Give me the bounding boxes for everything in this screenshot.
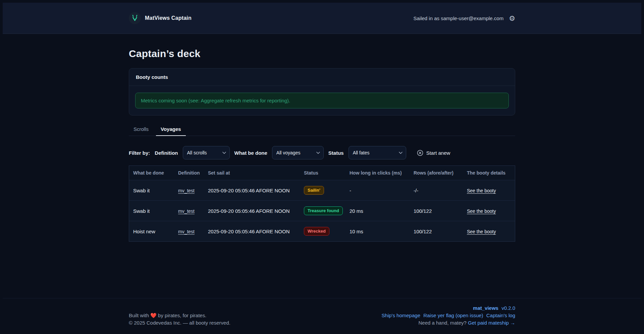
signed-in-status: Sailed in as sample-user@example.com bbox=[413, 15, 503, 21]
status-badge: Sailin' bbox=[304, 186, 324, 195]
col-status: Status bbox=[300, 166, 345, 180]
get-paid-mateship-link[interactable]: Get paid mateship → bbox=[468, 320, 515, 326]
copyright-text: © 2025 Codevedas Inc. — all booty reserv… bbox=[129, 319, 230, 327]
voyages-table: What be done Definition Set sail at Stat… bbox=[129, 165, 515, 242]
status-badge: Treasure found bbox=[304, 206, 343, 215]
version-text: v0.2.0 bbox=[500, 305, 515, 311]
reset-filters-label: Start anew bbox=[426, 150, 450, 156]
definition-filter-select[interactable]: All scrolls bbox=[183, 146, 230, 159]
raise-yer-flag-link[interactable]: Raise yer flag (open issue) bbox=[423, 313, 483, 318]
cell-duration: 10 ms bbox=[345, 221, 410, 242]
cell-duration: 20 ms bbox=[345, 201, 410, 221]
built-with-text: Built with bbox=[129, 313, 149, 318]
tab-voyages[interactable]: Voyages bbox=[156, 123, 186, 136]
matviews-logo-icon bbox=[129, 12, 141, 24]
chevron-down-icon bbox=[399, 152, 402, 154]
table-header-row: What be done Definition Set sail at Stat… bbox=[129, 166, 515, 180]
definition-link[interactable]: mv_test bbox=[178, 208, 195, 214]
page-title: Captain’s deck bbox=[129, 48, 515, 59]
operation-filter-select[interactable]: All voyages bbox=[272, 146, 324, 159]
status-badge: Wrecked bbox=[304, 227, 329, 236]
metrics-card-title: Booty counts bbox=[129, 68, 515, 86]
footer-credits: Built with ❤️ by pirates, for pirates. ©… bbox=[129, 312, 230, 327]
cell-operation: Hoist new bbox=[129, 221, 174, 242]
cell-set-sail-at: 2025-09-20 05:05:46 AFORE NOON bbox=[204, 180, 300, 201]
ships-homepage-link[interactable]: Ship's homepage bbox=[382, 313, 420, 318]
settings-gear-icon[interactable]: ⚙ bbox=[509, 15, 515, 22]
cell-operation: Swab it bbox=[129, 201, 174, 221]
operation-filter-label: What be done bbox=[234, 150, 267, 156]
metrics-card: Booty counts Metrics coming soon (see: A… bbox=[129, 68, 515, 115]
built-with-suffix: by pirates, for pirates. bbox=[158, 313, 206, 318]
definition-link[interactable]: mv_test bbox=[178, 188, 195, 193]
status-filter-value: All fates bbox=[353, 150, 370, 155]
table-row: Swab it mv_test 2025-09-20 05:05:46 AFOR… bbox=[129, 180, 515, 201]
col-details: The booty details bbox=[463, 166, 515, 180]
col-definition: Definition bbox=[174, 166, 204, 180]
status-filter-select[interactable]: All fates bbox=[348, 146, 406, 159]
captains-log-link[interactable]: Captain's log bbox=[486, 313, 515, 318]
metrics-coming-soon-banner: Metrics coming soon (see: Aggregate refr… bbox=[135, 93, 509, 108]
cell-duration: - bbox=[345, 180, 410, 201]
status-filter-label: Status bbox=[328, 150, 344, 156]
chevron-down-icon bbox=[222, 152, 226, 154]
cell-operation: Swab it bbox=[129, 180, 174, 201]
definition-filter-label: Definition bbox=[155, 150, 178, 156]
filter-bar: Filter by: Definition All scrolls What b… bbox=[129, 146, 515, 159]
table-row: Swab it mv_test 2025-09-20 05:05:46 AFOR… bbox=[129, 201, 515, 221]
col-set-sail-at: Set sail at bbox=[204, 166, 300, 180]
cell-rows: -/- bbox=[410, 180, 463, 201]
footer-links: mat_views v0.2.0 Ship's homepage Raise y… bbox=[382, 304, 515, 327]
circle-x-icon bbox=[417, 150, 423, 156]
see-the-booty-link[interactable]: See the booty bbox=[467, 188, 496, 193]
support-prompt: Need a hand, matey? bbox=[418, 320, 468, 326]
cell-set-sail-at: 2025-09-20 05:05:46 AFORE NOON bbox=[204, 201, 300, 221]
definition-link[interactable]: mv_test bbox=[178, 229, 195, 234]
table-row: Hoist new mv_test 2025-09-20 05:05:46 AF… bbox=[129, 221, 515, 242]
see-the-booty-link[interactable]: See the booty bbox=[467, 229, 496, 234]
product-name-link[interactable]: mat_views bbox=[473, 305, 498, 311]
cell-rows: 100/122 bbox=[410, 221, 463, 242]
col-rows: Rows (afore/after) bbox=[410, 166, 463, 180]
see-the-booty-link[interactable]: See the booty bbox=[467, 208, 496, 214]
tab-bar: Scrolls Voyages bbox=[129, 123, 515, 136]
reset-filters-button[interactable]: Start anew bbox=[416, 148, 452, 158]
app-header: MatViews Captain Sailed in as sample-use… bbox=[3, 3, 641, 34]
col-operation: What be done bbox=[129, 166, 174, 180]
cell-rows: 100/122 bbox=[410, 201, 463, 221]
tab-scrolls[interactable]: Scrolls bbox=[129, 123, 153, 136]
chevron-down-icon bbox=[316, 152, 320, 154]
filter-by-label: Filter by: bbox=[129, 150, 150, 156]
heart-icon: ❤️ bbox=[150, 313, 157, 318]
operation-filter-value: All voyages bbox=[276, 150, 301, 155]
cell-set-sail-at: 2025-09-20 05:05:46 AFORE NOON bbox=[204, 221, 300, 242]
definition-filter-value: All scrolls bbox=[187, 150, 207, 155]
brand-title: MatViews Captain bbox=[145, 15, 192, 21]
brand: MatViews Captain bbox=[129, 12, 192, 24]
col-duration: How long in clicks (ms) bbox=[345, 166, 410, 180]
app-footer: Built with ❤️ by pirates, for pirates. ©… bbox=[3, 298, 641, 331]
